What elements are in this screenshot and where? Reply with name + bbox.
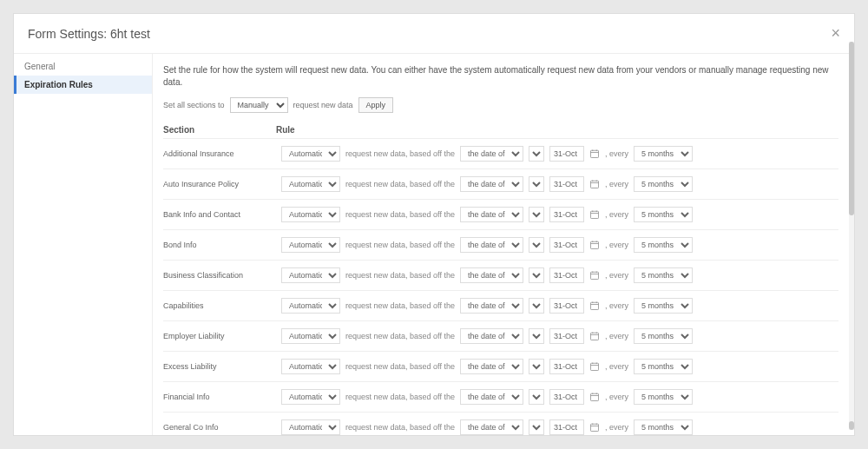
rule-row: Additional InsuranceAutomaticallyrequest… — [163, 138, 838, 168]
rule-mode-select[interactable]: Automatically — [281, 146, 340, 162]
request-text: request new data, based off the — [345, 180, 455, 188]
date-field-select[interactable] — [529, 237, 544, 253]
rule-mode-select[interactable]: Automatically — [281, 237, 340, 253]
date-input[interactable] — [549, 176, 584, 192]
date-basis-select[interactable]: the date of — [460, 267, 523, 283]
sidebar: General Expiration Rules — [14, 54, 153, 435]
date-basis-select[interactable]: the date of — [460, 298, 523, 314]
date-input[interactable] — [549, 328, 584, 344]
every-text: , every — [605, 210, 628, 219]
date-basis-select[interactable]: the date of — [460, 207, 523, 222]
rules-list: Additional InsuranceAutomaticallyrequest… — [163, 138, 838, 435]
date-input[interactable] — [549, 359, 584, 374]
apply-button[interactable]: Apply — [358, 97, 394, 113]
calendar-icon[interactable] — [589, 422, 600, 432]
every-text: , every — [605, 301, 628, 310]
every-text: , every — [605, 180, 628, 188]
calendar-icon[interactable] — [589, 361, 600, 372]
mass-mode-select[interactable]: Manually — [230, 97, 288, 113]
period-select[interactable]: 5 months — [634, 207, 693, 222]
date-field-select[interactable] — [529, 359, 544, 374]
date-basis-select[interactable]: the date of — [460, 419, 523, 435]
sidebar-item-label: General — [24, 62, 56, 71]
section-name: Bank Info and Contact — [163, 210, 276, 219]
rule-mode-select[interactable]: Automatically — [281, 359, 340, 374]
scrollbar-bottom-indicator — [849, 421, 854, 430]
rule-mode-select[interactable]: Automatically — [281, 419, 340, 435]
rule-row: Bank Info and ContactAutomaticallyreques… — [163, 199, 838, 229]
form-settings-modal: Form Settings: 6ht test × General Expira… — [13, 13, 855, 436]
section-name: Excess Liability — [163, 362, 276, 371]
modal-body: General Expiration Rules Set the rule fo… — [14, 54, 854, 435]
period-select[interactable]: 5 months — [634, 328, 693, 344]
section-name: Business Classification — [163, 271, 276, 280]
period-select[interactable]: 5 months — [634, 146, 693, 162]
period-select[interactable]: 5 months — [634, 389, 693, 405]
intro-text: Set the rule for how the system will req… — [163, 64, 838, 89]
date-input[interactable] — [549, 207, 584, 222]
date-field-select[interactable] — [529, 207, 544, 222]
date-field-select[interactable] — [529, 328, 544, 344]
rule-mode-select[interactable]: Automatically — [281, 328, 340, 344]
sidebar-item-expiration-rules[interactable]: Expiration Rules — [14, 76, 152, 94]
date-basis-select[interactable]: the date of — [460, 146, 523, 162]
date-input[interactable] — [549, 298, 584, 314]
content-area: Set the rule for how the system will req… — [153, 54, 854, 435]
rule-row: General Co InfoAutomaticallyrequest new … — [163, 412, 838, 435]
section-name: Bond Info — [163, 241, 276, 249]
date-input[interactable] — [549, 267, 584, 283]
rule-row: Employer LiabilityAutomaticallyrequest n… — [163, 320, 838, 351]
calendar-icon[interactable] — [589, 209, 600, 220]
date-input[interactable] — [549, 237, 584, 253]
every-text: , every — [605, 149, 628, 158]
date-field-select[interactable] — [529, 389, 544, 405]
period-select[interactable]: 5 months — [634, 237, 693, 253]
section-name: Employer Liability — [163, 332, 276, 340]
section-name: General Co Info — [163, 423, 276, 432]
rule-mode-select[interactable]: Automatically — [281, 298, 340, 314]
calendar-icon[interactable] — [589, 300, 600, 311]
date-basis-select[interactable]: the date of — [460, 237, 523, 253]
period-select[interactable]: 5 months — [634, 359, 693, 374]
date-input[interactable] — [549, 146, 584, 162]
table-header: Section Rule — [163, 122, 838, 138]
period-select[interactable]: 5 months — [634, 298, 693, 314]
calendar-icon[interactable] — [589, 179, 600, 189]
rule-mode-select[interactable]: Automatically — [281, 207, 340, 222]
rule-mode-select[interactable]: Automatically — [281, 389, 340, 405]
rule-row: Bond InfoAutomaticallyrequest new data, … — [163, 229, 838, 260]
header-rule: Rule — [276, 125, 838, 135]
request-text: request new data, based off the — [345, 423, 455, 432]
date-field-select[interactable] — [529, 419, 544, 435]
period-select[interactable]: 5 months — [634, 419, 693, 435]
section-name: Auto Insurance Policy — [163, 180, 276, 188]
period-select[interactable]: 5 months — [634, 267, 693, 283]
date-basis-select[interactable]: the date of — [460, 389, 523, 405]
calendar-icon[interactable] — [589, 240, 600, 250]
section-name: Financial Info — [163, 393, 276, 401]
svg-rect-36 — [590, 424, 598, 431]
scrollbar-thumb[interactable] — [849, 42, 854, 215]
calendar-icon[interactable] — [589, 149, 600, 159]
date-basis-select[interactable]: the date of — [460, 359, 523, 374]
svg-rect-28 — [590, 363, 598, 370]
request-text: request new data, based off the — [345, 362, 455, 371]
calendar-icon[interactable] — [589, 392, 600, 402]
date-basis-select[interactable]: the date of — [460, 176, 523, 192]
close-button[interactable]: × — [831, 24, 840, 43]
date-field-select[interactable] — [529, 146, 544, 162]
date-input[interactable] — [549, 419, 584, 435]
header-section: Section — [163, 125, 276, 135]
date-field-select[interactable] — [529, 298, 544, 314]
period-select[interactable]: 5 months — [634, 176, 693, 192]
calendar-icon[interactable] — [589, 331, 600, 341]
date-field-select[interactable] — [529, 176, 544, 192]
rule-mode-select[interactable]: Automatically — [281, 267, 340, 283]
sidebar-item-general[interactable]: General — [14, 57, 152, 76]
modal-title: Form Settings: 6ht test — [28, 27, 831, 41]
date-field-select[interactable] — [529, 267, 544, 283]
date-basis-select[interactable]: the date of — [460, 328, 523, 344]
calendar-icon[interactable] — [589, 270, 600, 281]
rule-mode-select[interactable]: Automatically — [281, 176, 340, 192]
date-input[interactable] — [549, 389, 584, 405]
